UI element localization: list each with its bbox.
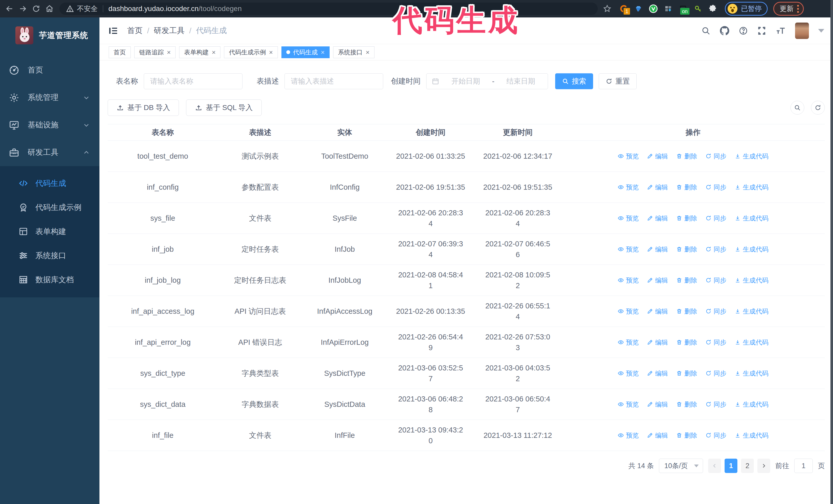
table-name-input[interactable] [144, 73, 242, 89]
action-edit-link[interactable]: 编辑 [647, 276, 668, 285]
action-delete-link[interactable]: 删除 [676, 431, 697, 440]
action-eye-link[interactable]: 预览 [618, 307, 639, 316]
tab-代码生成示例[interactable]: 代码生成示例× [224, 46, 278, 58]
fullscreen-icon[interactable] [757, 26, 766, 35]
action-edit-link[interactable]: 编辑 [647, 307, 668, 316]
insecure-warning-icon[interactable] [66, 5, 74, 13]
page-button-1[interactable]: 1 [724, 459, 737, 473]
action-download-link[interactable]: 生成代码 [735, 369, 768, 378]
sidebar-subitem-codegen-example[interactable]: 代码生成示例 [0, 195, 99, 219]
search-button[interactable]: 搜索 [555, 73, 593, 89]
help-icon[interactable] [739, 26, 748, 35]
close-tab-icon[interactable]: × [167, 49, 171, 56]
action-delete-link[interactable]: 删除 [676, 245, 697, 254]
security-label[interactable]: 不安全 [77, 4, 98, 13]
action-delete-link[interactable]: 删除 [676, 214, 697, 222]
page-button-2[interactable]: 2 [741, 459, 754, 473]
date-range-picker[interactable]: 开始日期 - 结束日期 [426, 73, 548, 89]
tab-代码生成[interactable]: 代码生成× [281, 46, 330, 58]
action-eye-link[interactable]: 预览 [618, 338, 639, 346]
browser-menu-icon[interactable] [797, 5, 799, 13]
sidebar-subitem-codegen[interactable]: 代码生成 [0, 171, 99, 195]
action-edit-link[interactable]: 编辑 [647, 369, 668, 378]
sidebar-item-home[interactable]: 首页 [0, 56, 99, 84]
tab-系统接口[interactable]: 系统接口× [333, 46, 375, 58]
forward-icon[interactable] [17, 3, 29, 15]
prev-page-button[interactable] [708, 459, 721, 473]
sidebar-subitem-db-doc[interactable]: 数据库文档 [0, 268, 99, 292]
refresh-table-button[interactable] [811, 101, 825, 115]
action-eye-link[interactable]: 预览 [618, 183, 639, 192]
reload-icon[interactable] [30, 3, 42, 15]
action-download-link[interactable]: 生成代码 [735, 183, 768, 192]
avatar-caret-icon[interactable] [818, 29, 824, 32]
home-icon[interactable] [44, 3, 55, 15]
sidebar-item-infra[interactable]: 基础设施 [0, 111, 99, 139]
goto-page-input[interactable] [794, 459, 813, 473]
profile-paused-chip[interactable]: 已暂停 [725, 2, 768, 16]
action-sync-link[interactable]: 同步 [705, 369, 727, 378]
address-bar[interactable]: 不安全 dashboard.yudao.iocoder.cn/tool/code… [60, 3, 598, 15]
url-host[interactable]: dashboard.yudao.iocoder.cn [109, 5, 199, 13]
import-db-button[interactable]: 基于 DB 导入 [108, 99, 179, 116]
sidebar-item-devtools[interactable]: 研发工具 [0, 139, 99, 166]
action-download-link[interactable]: 生成代码 [735, 276, 768, 285]
back-icon[interactable] [4, 3, 15, 15]
action-eye-link[interactable]: 预览 [618, 245, 639, 254]
action-delete-link[interactable]: 删除 [676, 152, 697, 161]
page-size-select[interactable]: 10条/页 [659, 459, 703, 473]
action-sync-link[interactable]: 同步 [705, 276, 727, 285]
sidebar-subitem-form-builder[interactable]: 表单构建 [0, 219, 99, 243]
action-sync-link[interactable]: 同步 [705, 183, 727, 192]
action-download-link[interactable]: 生成代码 [735, 338, 768, 346]
action-download-link[interactable]: 生成代码 [735, 152, 768, 161]
action-download-link[interactable]: 生成代码 [735, 214, 768, 222]
action-edit-link[interactable]: 编辑 [647, 400, 668, 409]
close-tab-icon[interactable]: × [366, 49, 370, 56]
update-button[interactable]: 更新 [773, 2, 804, 16]
start-date-placeholder[interactable]: 开始日期 [444, 76, 487, 86]
action-edit-link[interactable]: 编辑 [647, 245, 668, 254]
action-sync-link[interactable]: 同步 [705, 400, 727, 409]
extensions-puzzle-icon[interactable] [708, 4, 718, 14]
extension-gem-icon[interactable] [634, 4, 643, 14]
user-avatar[interactable] [795, 23, 809, 39]
action-delete-link[interactable]: 删除 [676, 183, 697, 192]
action-download-link[interactable]: 生成代码 [735, 307, 768, 316]
sidebar-subitem-system-api[interactable]: 系统接口 [0, 243, 99, 268]
extension-tabs-icon[interactable] [663, 4, 673, 14]
close-tab-icon[interactable]: × [269, 49, 273, 56]
action-sync-link[interactable]: 同步 [705, 338, 727, 346]
action-sync-link[interactable]: 同步 [705, 152, 727, 161]
tab-首页[interactable]: 首页 [109, 46, 131, 58]
close-tab-icon[interactable]: × [321, 49, 325, 56]
action-edit-link[interactable]: 编辑 [647, 338, 668, 346]
github-icon[interactable] [720, 26, 730, 35]
action-download-link[interactable]: 生成代码 [735, 400, 768, 409]
action-sync-link[interactable]: 同步 [705, 431, 727, 440]
action-eye-link[interactable]: 预览 [618, 400, 639, 409]
action-sync-link[interactable]: 同步 [705, 307, 727, 316]
url-path[interactable]: /tool/codegen [199, 5, 242, 13]
action-sync-link[interactable]: 同步 [705, 245, 727, 254]
bookmark-star-icon[interactable] [603, 4, 612, 13]
breadcrumb-devtools[interactable]: 研发工具 [154, 25, 185, 36]
action-eye-link[interactable]: 预览 [618, 431, 639, 440]
action-delete-link[interactable]: 删除 [676, 400, 697, 409]
reset-button[interactable]: 重置 [599, 73, 637, 89]
breadcrumb-home[interactable]: 首页 [127, 25, 143, 36]
action-delete-link[interactable]: 删除 [676, 338, 697, 346]
action-download-link[interactable]: 生成代码 [735, 431, 768, 440]
next-page-button[interactable] [757, 459, 770, 473]
action-edit-link[interactable]: 编辑 [647, 214, 668, 222]
action-delete-link[interactable]: 删除 [676, 369, 697, 378]
action-eye-link[interactable]: 预览 [618, 214, 639, 222]
toggle-search-button[interactable] [790, 101, 804, 115]
tab-链路追踪[interactable]: 链路追踪× [134, 46, 175, 58]
action-sync-link[interactable]: 同步 [705, 214, 727, 222]
action-download-link[interactable]: 生成代码 [735, 245, 768, 254]
import-sql-button[interactable]: 基于 SQL 导入 [186, 99, 262, 116]
close-tab-icon[interactable]: × [212, 49, 216, 56]
sidebar-item-system[interactable]: 系统管理 [0, 84, 99, 111]
extension-orange-icon[interactable]: 1 [619, 4, 628, 14]
